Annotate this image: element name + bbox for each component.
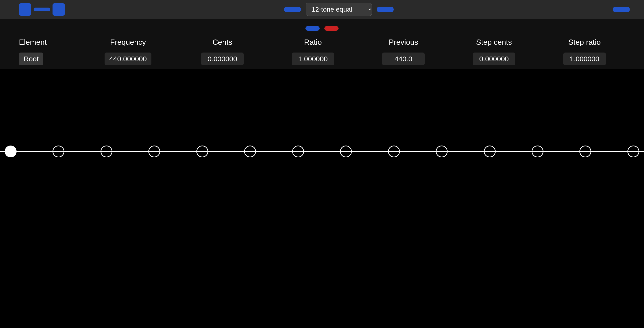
delete-element-button[interactable]: [324, 26, 338, 31]
timeline-node[interactable]: [436, 146, 448, 157]
col-previous: Previous: [358, 36, 449, 49]
col-frequency: Frequency: [79, 36, 177, 49]
visualization-area: [0, 69, 644, 234]
timeline-node[interactable]: [52, 146, 64, 157]
timeline-node[interactable]: [484, 146, 496, 157]
tuning-table: Element Frequency Cents Ratio Previous S…: [14, 36, 630, 69]
timeline-node[interactable]: [292, 146, 304, 157]
col-step-ratio: Step ratio: [539, 36, 630, 49]
edit-style-button[interactable]: [306, 26, 320, 31]
cents-button[interactable]: [613, 7, 630, 12]
cell-cents[interactable]: 0.000000: [177, 49, 268, 69]
timeline-node[interactable]: [196, 146, 208, 157]
timeline-node[interactable]: [388, 146, 400, 157]
timeline-node[interactable]: [5, 146, 16, 157]
timeline-node[interactable]: [340, 146, 352, 157]
timeline-node[interactable]: [148, 146, 160, 157]
timeline-nodes: [0, 146, 644, 157]
tuning-controls: 12-tone equal Just intonation Pythagorea…: [279, 3, 394, 16]
table-row[interactable]: Root 440.000000 0.000000 1.000000 440.0 …: [14, 49, 630, 69]
timeline-node[interactable]: [532, 146, 544, 157]
add-element-button[interactable]: [377, 7, 394, 12]
timeline-node[interactable]: [244, 146, 256, 157]
col-cents: Cents: [177, 36, 268, 49]
timeline-node[interactable]: [628, 146, 639, 157]
tuning-preset-dropdown[interactable]: 12-tone equal Just intonation Pythagorea…: [306, 3, 372, 16]
col-ratio: Ratio: [268, 36, 358, 49]
cell-ratio[interactable]: 1.000000: [268, 49, 358, 69]
cell-step-ratio: 1.000000: [539, 49, 630, 69]
table-header-row: Element Frequency Cents Ratio Previous S…: [14, 36, 630, 49]
col-element: Element: [14, 36, 79, 49]
midi-plus-button[interactable]: [52, 3, 65, 16]
midi-transpose-section: [14, 3, 65, 16]
cell-frequency[interactable]: 440.000000: [79, 49, 177, 69]
midi-controls: [19, 3, 65, 16]
cell-previous: 440.0: [358, 49, 449, 69]
delete-tuning-button[interactable]: [284, 7, 301, 12]
col-step-cents: Step cents: [449, 36, 540, 49]
display-section: [608, 7, 630, 12]
header: 12-tone equal Just intonation Pythagorea…: [0, 0, 644, 19]
midi-value-display: [34, 8, 50, 11]
table-toolbar: [14, 26, 630, 31]
timeline-node[interactable]: [100, 146, 112, 157]
midi-minus-button[interactable]: [19, 3, 31, 16]
table-section: Element Frequency Cents Ratio Previous S…: [0, 19, 644, 69]
timeline-node[interactable]: [580, 146, 591, 157]
cell-step-cents: 0.000000: [449, 49, 540, 69]
cell-element: Root: [14, 49, 79, 69]
